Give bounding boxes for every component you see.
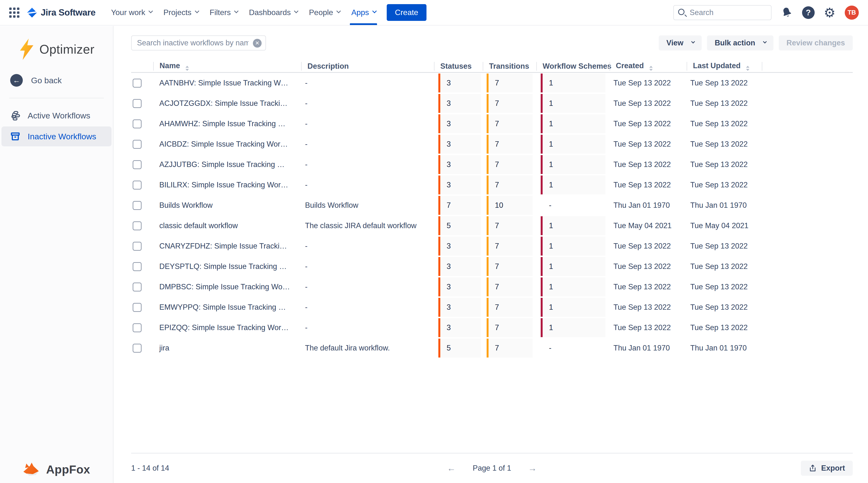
table-row[interactable]: EPIZQQ: Simple Issue Tracking Workflow -… [131, 317, 853, 338]
row-checkbox[interactable] [133, 344, 142, 353]
nav-item-projects[interactable]: Projects [158, 0, 204, 25]
global-search-input[interactable] [673, 5, 772, 20]
row-checkbox[interactable] [133, 283, 142, 291]
table-row[interactable]: AHAMWHZ: Simple Issue Tracking Workflow … [131, 114, 853, 134]
workflow-name[interactable]: AICBDZ: Simple Issue Tracking Workflow [153, 140, 301, 148]
workflow-nodes-icon [10, 110, 20, 121]
column-header-created[interactable]: Created [610, 61, 687, 71]
workflow-name[interactable]: BILILRX: Simple Issue Tracking Workflow [153, 180, 301, 189]
workflow-name[interactable]: jira [153, 344, 301, 352]
workflow-schemes-count: 1 [541, 237, 606, 256]
row-checkbox[interactable] [133, 79, 142, 88]
workflow-name[interactable]: EMWYPPQ: Simple Issue Tracking Workflow [153, 303, 301, 312]
table-row[interactable]: DMPBSC: Simple Issue Tracking Workflow -… [131, 277, 853, 297]
nav-item-people[interactable]: People [303, 0, 345, 25]
table-row[interactable]: Builds Workflow Builds Workflow 7 10 - T… [131, 195, 853, 216]
chevron-down-icon [195, 9, 199, 13]
workflow-name[interactable]: ACJOTZGGDX: Simple Issue Tracking Workfl… [153, 99, 301, 108]
row-checkbox[interactable] [133, 323, 142, 332]
statuses-count: 3 [438, 175, 481, 194]
row-checkbox[interactable] [133, 119, 142, 129]
transitions-count: 7 [487, 135, 533, 154]
table-row[interactable]: AICBDZ: Simple Issue Tracking Workflow -… [131, 134, 853, 154]
workflow-schemes-count: 1 [541, 216, 606, 235]
help-icon[interactable]: ? [802, 6, 815, 19]
nav-item-your-work[interactable]: Your work [105, 0, 158, 25]
app-switcher-icon[interactable] [9, 7, 20, 18]
column-header-last-updated[interactable]: Last Updated [687, 61, 762, 71]
workflow-name[interactable]: AZJJUTBG: Simple Issue Tracking Workflow [153, 160, 301, 169]
table-row[interactable]: AATNBHV: Simple Issue Tracking Workflow … [131, 73, 853, 93]
table-row[interactable]: jira The default Jira workflow. 5 7 - Th… [131, 338, 853, 358]
statuses-count: 3 [438, 237, 481, 256]
transitions-count: 7 [487, 298, 533, 317]
archive-box-icon [10, 131, 20, 142]
view-button[interactable]: View [659, 35, 702, 51]
row-checkbox[interactable] [133, 99, 142, 108]
row-checkbox[interactable] [133, 242, 142, 251]
column-header-description: Description [301, 62, 434, 70]
workflow-description: - [301, 180, 434, 189]
next-page-icon[interactable]: → [528, 463, 537, 473]
bulk-action-button[interactable]: Bulk action [707, 35, 773, 51]
workflow-schemes-count: 1 [541, 94, 606, 113]
created-date: Tue Sep 13 2022 [610, 323, 687, 332]
workflow-description: Builds Workflow [301, 201, 434, 210]
table-row[interactable]: ACJOTZGGDX: Simple Issue Tracking Workfl… [131, 93, 853, 114]
user-avatar[interactable]: TB [845, 6, 859, 20]
workflow-schemes-count: 1 [541, 135, 606, 154]
chevron-down-icon [691, 39, 695, 44]
created-date: Tue Sep 13 2022 [610, 140, 687, 148]
table-row[interactable]: BILILRX: Simple Issue Tracking Workflow … [131, 175, 853, 195]
workflow-name[interactable]: AHAMWHZ: Simple Issue Tracking Workflow [153, 119, 301, 128]
sidebar-item-active-workflows[interactable]: Active Workflows [1, 106, 112, 125]
chevron-down-icon [234, 9, 238, 13]
previous-page-icon[interactable]: ← [447, 463, 456, 473]
notifications-icon[interactable] [781, 6, 793, 19]
table-row[interactable]: CNARYZFDHZ: Simple Issue Tracking Workfl… [131, 236, 853, 256]
table-footer: 1 - 14 of 14 ← Page 1 of 1 → Export [131, 453, 853, 483]
table-row[interactable]: AZJJUTBG: Simple Issue Tracking Workflow… [131, 154, 853, 175]
chevron-down-icon [372, 9, 376, 13]
nav-item-apps[interactable]: Apps [345, 0, 381, 25]
sort-icon [746, 66, 749, 71]
nav-item-filters[interactable]: Filters [204, 0, 243, 25]
table-row[interactable]: DEYSPTLQ: Simple Issue Tracking Workflow… [131, 256, 853, 277]
workflow-name[interactable]: DEYSPTLQ: Simple Issue Tracking Workflow [153, 262, 301, 271]
workflow-name[interactable]: DMPBSC: Simple Issue Tracking Workflow [153, 283, 301, 291]
workflow-description: The default Jira workflow. [301, 344, 434, 352]
workflow-schemes-count: 1 [541, 175, 606, 194]
transitions-count: 7 [487, 74, 533, 92]
workflow-name[interactable]: AATNBHV: Simple Issue Tracking Workflow [153, 79, 301, 87]
primary-nav: Your work Projects Filters Dashboards Pe… [105, 0, 381, 25]
workflow-name[interactable]: EPIZQQ: Simple Issue Tracking Workflow [153, 323, 301, 332]
sidebar-item-inactive-workflows[interactable]: Inactive Workflows [1, 126, 112, 146]
row-checkbox[interactable] [133, 201, 142, 210]
table-row[interactable]: EMWYPPQ: Simple Issue Tracking Workflow … [131, 297, 853, 317]
transitions-count: 7 [487, 94, 533, 113]
column-header-name[interactable]: Name [153, 61, 301, 71]
row-checkbox[interactable] [133, 221, 142, 230]
clear-search-icon[interactable]: ✕ [253, 39, 261, 48]
workflow-name[interactable]: CNARYZFDHZ: Simple Issue Tracking Workfl… [153, 242, 301, 251]
workflow-name[interactable]: classic default workflow [153, 221, 301, 230]
row-checkbox[interactable] [133, 160, 142, 169]
created-date: Tue Sep 13 2022 [610, 283, 687, 291]
settings-gear-icon[interactable]: ⚙ [824, 6, 836, 19]
export-button[interactable]: Export [801, 461, 853, 476]
create-button[interactable]: Create [387, 4, 427, 21]
workflow-schemes-count: 1 [541, 74, 606, 92]
nav-item-dashboards[interactable]: Dashboards [243, 0, 303, 25]
table-row[interactable]: classic default workflow The classic JIR… [131, 216, 853, 236]
jira-logo[interactable]: Jira Software [27, 7, 96, 18]
created-date: Tue Sep 13 2022 [610, 79, 687, 87]
go-back-button[interactable]: ← Go back [0, 74, 113, 87]
row-checkbox[interactable] [133, 262, 142, 271]
row-checkbox[interactable] [133, 180, 142, 190]
workflow-name[interactable]: Builds Workflow [153, 201, 301, 210]
row-checkbox[interactable] [133, 140, 142, 149]
review-changes-button[interactable]: Review changes [779, 35, 853, 51]
workflow-schemes-count: 1 [541, 278, 606, 296]
row-checkbox[interactable] [133, 303, 142, 312]
workflow-search-input[interactable] [131, 35, 266, 51]
